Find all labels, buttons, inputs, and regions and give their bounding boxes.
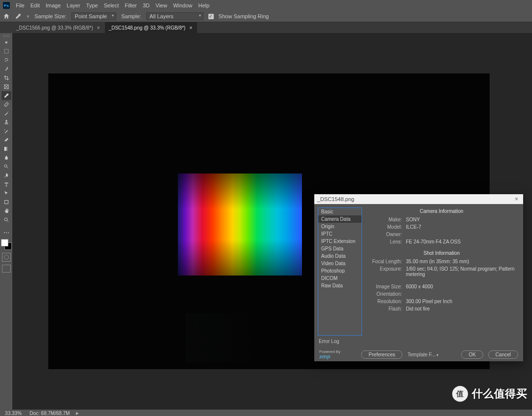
- menu-window[interactable]: Window: [173, 2, 192, 8]
- pen-tool[interactable]: [1, 171, 11, 180]
- xmp-logo: Powered By xmp: [319, 350, 340, 359]
- quickmask-icon[interactable]: [2, 253, 11, 262]
- menu-help[interactable]: Help: [199, 2, 210, 8]
- move-tool[interactable]: [1, 38, 11, 47]
- edit-toolbar[interactable]: ⋯: [1, 228, 11, 237]
- eyedropper-tool[interactable]: [1, 91, 11, 100]
- cat-dicom[interactable]: DICOM: [318, 275, 362, 282]
- flash-label: Flash:: [365, 306, 406, 312]
- cat-basic[interactable]: Basic: [318, 208, 362, 215]
- orientation-value: [406, 291, 518, 297]
- lens-label: Lens:: [365, 239, 406, 244]
- hand-tool[interactable]: [1, 207, 11, 215]
- frame-tool[interactable]: [1, 82, 11, 91]
- lasso-tool[interactable]: [1, 56, 11, 65]
- menu-type[interactable]: Type: [86, 2, 98, 8]
- gradient-tool[interactable]: [1, 144, 11, 153]
- doc-size[interactable]: Doc: 68.7M/68.7M: [30, 411, 76, 416]
- metadata-panel: Camera Information Make:SONY Model:ILCE-…: [362, 204, 523, 352]
- focal-label: Focal Length:: [365, 259, 406, 264]
- menu-filter[interactable]: Filter: [125, 2, 136, 8]
- stamp-tool[interactable]: [1, 118, 11, 127]
- svg-point-4: [4, 165, 7, 167]
- menu-layer[interactable]: Layer: [66, 2, 80, 8]
- tab-dsc1548[interactable]: _DSC1548.png @ 33.3% (RGB/8*) ×: [105, 22, 198, 33]
- cancel-button[interactable]: Cancel: [488, 350, 518, 359]
- cat-iptc-extension[interactable]: IPTC Extension: [318, 238, 362, 245]
- menu-3d[interactable]: 3D: [143, 2, 150, 8]
- watermark-text: 什么值得买: [472, 386, 528, 401]
- fg-swatch[interactable]: [1, 239, 8, 246]
- screenmode-icon[interactable]: [2, 265, 11, 273]
- exposure-label: Exposure:: [365, 266, 406, 277]
- tab-label: _DSC1566.png @ 33.3% (RGB/8*): [16, 25, 93, 31]
- brush-tool[interactable]: [1, 109, 11, 118]
- zoom-tool[interactable]: [1, 215, 11, 224]
- imagesize-value: 6000 x 4000: [406, 284, 518, 289]
- cat-iptc[interactable]: IPTC: [318, 230, 362, 238]
- crop-tool[interactable]: [1, 73, 11, 82]
- grip-icon[interactable]: [2, 35, 11, 37]
- zoom-level[interactable]: 33.33%: [1, 411, 30, 416]
- foreground-equipment: [186, 313, 260, 362]
- close-icon[interactable]: ×: [188, 25, 193, 31]
- close-icon[interactable]: ×: [513, 196, 520, 203]
- error-log-link[interactable]: Error Log: [318, 336, 362, 344]
- cat-camera-data[interactable]: Camera Data: [318, 215, 362, 223]
- cat-audio-data[interactable]: Audio Data: [318, 252, 362, 260]
- sample-label: Sample:: [121, 13, 141, 19]
- color-swatches[interactable]: [1, 239, 12, 250]
- lens-value: FE 24-70mm F4 ZA OSS: [406, 239, 518, 244]
- watermark-badge: 值: [452, 386, 468, 402]
- shape-tool[interactable]: [1, 198, 11, 207]
- close-icon[interactable]: ×: [96, 25, 101, 31]
- workspace: ⋯ _DSC1548.png × Basic Camera Data Origi…: [0, 33, 532, 410]
- owner-value: [406, 232, 518, 237]
- orientation-label: Orientation:: [365, 291, 406, 297]
- template-dropdown[interactable]: Template F...: [407, 352, 440, 357]
- show-ring-checkbox[interactable]: ✓: [208, 14, 214, 19]
- svg-rect-0: [4, 49, 8, 53]
- preferences-button[interactable]: Preferences: [361, 350, 402, 359]
- cat-video-data[interactable]: Video Data: [318, 260, 362, 267]
- sample-dropdown[interactable]: All Layers: [146, 12, 203, 20]
- sample-size-dropdown[interactable]: Point Sample: [71, 12, 116, 20]
- home-icon[interactable]: [3, 13, 10, 20]
- resolution-label: Resolution:: [365, 299, 406, 304]
- dialog-title: _DSC1548.png: [317, 196, 354, 202]
- status-expander-icon[interactable]: ▶: [76, 411, 79, 416]
- path-tool[interactable]: [1, 189, 11, 198]
- model-label: Model:: [365, 224, 406, 230]
- heal-tool[interactable]: [1, 100, 11, 109]
- wand-tool[interactable]: [1, 65, 11, 73]
- make-value: SONY: [406, 217, 518, 222]
- dodge-tool[interactable]: [1, 162, 11, 171]
- menu-bar: Ps File Edit Image Layer Type Select Fil…: [0, 0, 532, 11]
- eraser-tool[interactable]: [1, 136, 11, 144]
- menu-file[interactable]: File: [16, 2, 25, 8]
- section-camera-info: Camera Information: [365, 208, 518, 216]
- history-brush-tool[interactable]: [1, 127, 11, 136]
- cat-gps-data[interactable]: GPS Data: [318, 245, 362, 252]
- ok-button[interactable]: OK: [461, 350, 483, 359]
- type-tool[interactable]: [1, 180, 11, 189]
- menu-select[interactable]: Select: [104, 2, 119, 8]
- document-tabs: _DSC1566.png @ 33.3% (RGB/8*) × _DSC1548…: [0, 22, 532, 33]
- svg-rect-5: [4, 201, 8, 204]
- svg-rect-2: [4, 103, 8, 106]
- tab-label: _DSC1548.png @ 33.3% (RGB/8*): [109, 25, 186, 31]
- cat-raw-data[interactable]: Raw Data: [318, 282, 362, 289]
- dialog-titlebar[interactable]: _DSC1548.png ×: [314, 194, 523, 204]
- marquee-tool[interactable]: [1, 47, 11, 56]
- eyedropper-icon[interactable]: [15, 13, 22, 20]
- cat-photoshop[interactable]: Photoshop: [318, 267, 362, 275]
- menu-view[interactable]: View: [156, 2, 167, 8]
- blur-tool[interactable]: [1, 153, 11, 162]
- svg-point-6: [4, 218, 7, 221]
- imagesize-label: Image Size:: [365, 284, 406, 289]
- cat-origin[interactable]: Origin: [318, 223, 362, 230]
- menu-edit[interactable]: Edit: [31, 2, 40, 8]
- dialog-footer: Powered By xmp Preferences Template F...…: [314, 347, 523, 361]
- tab-dsc1566[interactable]: _DSC1566.png @ 33.3% (RGB/8*) ×: [12, 22, 105, 33]
- menu-image[interactable]: Image: [46, 2, 61, 8]
